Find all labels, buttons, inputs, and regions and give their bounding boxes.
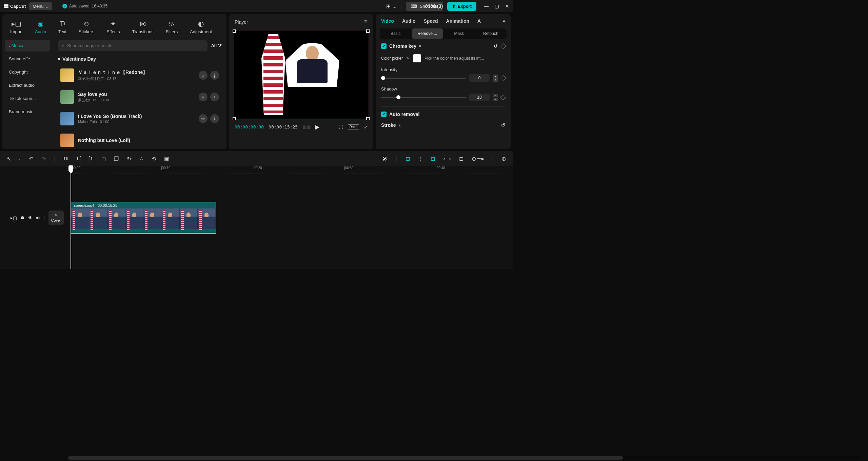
tab-stickers[interactable]: ☺Stickers [74, 17, 99, 37]
chevron-up-icon[interactable]: ▴ [399, 123, 401, 127]
search-input[interactable] [67, 43, 203, 48]
snap-tool[interactable]: ⊟ [406, 156, 410, 162]
mic-icon[interactable]: 🎤︎ [382, 156, 388, 162]
keyframe-icon[interactable] [500, 43, 506, 49]
play-button[interactable]: ▶ [315, 124, 319, 130]
step-up[interactable]: ▴ [493, 94, 498, 97]
mirror-tool[interactable]: △ [139, 156, 143, 162]
song-item[interactable]: Nothing but Love (Lofi) [58, 131, 222, 149]
tab-more[interactable]: A [477, 18, 481, 24]
tab-effects[interactable]: ✦Effects [102, 17, 125, 37]
subtab-retouch[interactable]: Retouch [475, 28, 507, 39]
crop-tool[interactable]: ◻ [101, 156, 106, 162]
intensity-slider[interactable] [381, 78, 466, 79]
resize-handle[interactable] [366, 117, 370, 120]
zoom-slider[interactable]: ⊝ ━● [472, 156, 484, 162]
lock-icon[interactable]: 🔒︎ [20, 215, 25, 220]
shadow-value[interactable]: 18 [469, 94, 490, 101]
duplicate-tool[interactable]: ❐ [114, 156, 119, 162]
tab-animation[interactable]: Animation [446, 18, 469, 24]
scan-icon[interactable]: ⛶ [339, 124, 343, 129]
tab-speed[interactable]: Speed [424, 18, 438, 24]
download-button[interactable]: ⭳ [210, 71, 219, 80]
more-arrow-icon[interactable]: » [502, 18, 505, 24]
sidebar-item-music[interactable]: ▸ Music [5, 40, 50, 52]
trim-right-tool[interactable]: ]⫾ [89, 156, 93, 162]
zoom-out-tool[interactable]: ⊟ [459, 156, 463, 162]
song-item[interactable]: Ｖａｌｅｎｔｉｎｅ【Redone】 幸子小姐拜托了 · 03:15 ☆ ⭳ [58, 66, 222, 85]
tab-import[interactable]: ▸▢Import [5, 17, 27, 37]
auto-removal-checkbox[interactable]: ✓ [381, 112, 387, 117]
download-button[interactable]: ⭳ [210, 114, 219, 123]
cover-button[interactable]: ✎ Cover [48, 211, 64, 225]
fullscreen-icon[interactable]: ⤢ [364, 124, 368, 129]
undo-button[interactable]: ↶ [29, 156, 33, 162]
pointer-tool[interactable]: ↖ [7, 156, 11, 162]
sidebar-item-tiktok-sounds[interactable]: TikTok soun... [5, 93, 50, 104]
keyframe-icon[interactable] [500, 75, 506, 81]
tab-audio[interactable]: ◉Audio [30, 17, 51, 37]
shadow-slider[interactable] [381, 97, 466, 98]
step-down[interactable]: ▾ [493, 78, 498, 82]
compare-icon[interactable]: ▥▥ [302, 124, 311, 129]
tab-audio[interactable]: Audio [402, 18, 416, 24]
preview-tool[interactable]: ⊹ [418, 156, 422, 162]
time-ruler[interactable]: 00:00 |00:10 |00:20 |00:30 |00:40 [68, 166, 513, 176]
sidebar-item-extract-audio[interactable]: Extract audio [5, 79, 50, 91]
step-down[interactable]: ▾ [493, 98, 498, 101]
reverse-tool[interactable]: ↻ [127, 156, 131, 162]
step-up[interactable]: ▴ [493, 75, 498, 78]
favorite-button[interactable]: ☆ [199, 93, 208, 101]
resize-handle[interactable] [233, 29, 236, 33]
minimize-icon[interactable]: — [484, 3, 489, 9]
playhead[interactable] [71, 166, 71, 269]
close-icon[interactable]: ✕ [505, 3, 509, 9]
rotate-tool[interactable]: ⟲ [152, 156, 156, 162]
layout-icon[interactable]: ⊞ ⌄ [386, 3, 396, 9]
subtab-mask[interactable]: Mask [443, 28, 475, 39]
ratio-button[interactable]: Ratio [348, 124, 359, 129]
menu-button[interactable]: Menu ⌄ [29, 2, 52, 10]
mute-icon[interactable]: 🔊︎ [36, 215, 40, 220]
tab-adjustment[interactable]: ◐Adjustment [185, 17, 217, 37]
song-item[interactable]: I Love You So (Bonus Track) Maher Zain ·… [58, 109, 222, 128]
timeline-tracks[interactable]: 00:00 |00:10 |00:20 |00:30 |00:40 speech… [68, 166, 513, 269]
favorite-button[interactable]: ☆ [199, 71, 208, 80]
split-tool[interactable]: ⫾⫾ [63, 156, 68, 162]
maximize-icon[interactable]: ▢ [495, 3, 499, 9]
chroma-checkbox[interactable]: ✓ [381, 43, 387, 49]
keyframe-icon[interactable] [500, 95, 506, 100]
preview-icon[interactable]: ▸▢ [11, 215, 17, 220]
tab-text[interactable]: TIText [54, 17, 71, 37]
preview-canvas[interactable] [234, 31, 368, 119]
align-tool[interactable]: ⟷ [443, 156, 451, 162]
add-button[interactable]: + [210, 93, 219, 101]
sidebar-item-brand-music[interactable]: Brand music [5, 106, 50, 118]
sidebar-item-copyright[interactable]: Copyright [5, 66, 50, 78]
subtab-remove[interactable]: Remove ... [412, 28, 443, 39]
tab-filters[interactable]: ᯾Filters [161, 17, 182, 37]
intensity-value[interactable]: 0 [469, 74, 490, 82]
export-button[interactable]: ⬆ Export [447, 2, 476, 11]
resize-handle[interactable] [366, 29, 370, 33]
dropdown-icon[interactable]: ⌄ [18, 157, 21, 161]
reset-icon[interactable]: ↺ [494, 43, 498, 49]
favorite-button[interactable]: ☆ [199, 114, 208, 123]
tab-transitions[interactable]: ⋈Transitions [127, 17, 158, 37]
sidebar-item-sound-effects[interactable]: Sound effe... [5, 53, 50, 65]
redo-button[interactable]: ↷ [41, 156, 46, 162]
reset-icon[interactable]: ↺ [501, 122, 505, 128]
trim-left-tool[interactable]: ⫾[ [77, 156, 81, 162]
zoom-fit-tool[interactable]: ⊕ [501, 156, 506, 162]
color-swatch[interactable] [413, 54, 421, 62]
chevron-down-icon[interactable]: ▾ [419, 44, 421, 48]
subtab-basic[interactable]: Basic [380, 28, 412, 39]
tab-video[interactable]: Video [381, 18, 394, 24]
eyedropper-icon[interactable]: ✎ [406, 56, 410, 61]
filter-all[interactable]: All ⧩ [211, 43, 222, 48]
video-clip[interactable]: speech.mp4 00:00:15:25 [71, 202, 216, 234]
crop2-tool[interactable]: ▣ [164, 156, 169, 162]
link-tool[interactable]: ⊟ [431, 156, 435, 162]
eye-icon[interactable]: 👁 [28, 215, 33, 220]
hamburger-icon[interactable]: ≡ [364, 18, 368, 25]
